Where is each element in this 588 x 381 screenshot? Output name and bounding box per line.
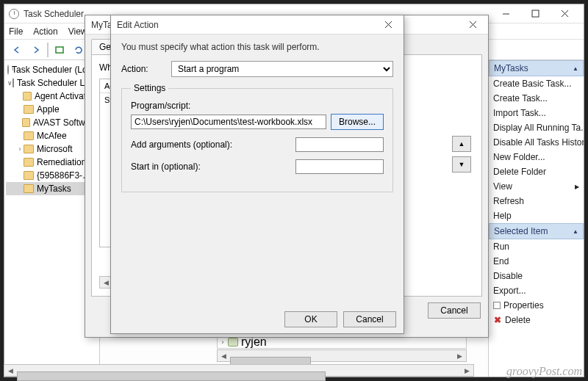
args-label: Add arguments (optional): xyxy=(131,139,232,150)
scroll-right-button[interactable]: ▶ xyxy=(453,350,466,361)
scroll-left-button[interactable]: ◀ xyxy=(4,365,17,376)
action-new-folder[interactable]: New Folder... xyxy=(489,150,584,164)
edit-action-close-button[interactable] xyxy=(379,17,398,33)
action-view[interactable]: View▶ xyxy=(489,179,584,194)
action-export[interactable]: Export... xyxy=(489,283,584,298)
menu-file[interactable]: File xyxy=(9,26,23,37)
folder-icon xyxy=(24,171,34,180)
scroll-left-button[interactable]: ◀ xyxy=(218,350,230,361)
action-create-basic[interactable]: Create Basic Task... xyxy=(489,76,584,91)
startin-label: Start in (optional): xyxy=(131,162,201,172)
program-label: Program/script: xyxy=(131,101,384,111)
action-end[interactable]: End xyxy=(489,254,584,269)
properties-close-button[interactable] xyxy=(463,17,482,33)
properties-icon xyxy=(493,302,501,309)
task-scheduler-icon xyxy=(9,9,19,19)
action-label: Action: xyxy=(121,64,165,74)
folder-icon xyxy=(24,158,34,167)
collapse-icon[interactable]: ▲ xyxy=(573,65,578,72)
program-input[interactable] xyxy=(131,115,326,129)
startin-input[interactable] xyxy=(295,159,384,174)
folder-icon xyxy=(24,131,34,140)
folder-icon xyxy=(24,184,34,193)
args-input[interactable] xyxy=(295,137,384,152)
reorder-buttons: ▲ ▼ xyxy=(452,136,471,173)
nav-forward-button[interactable] xyxy=(28,42,44,58)
folder-icon xyxy=(24,105,34,114)
collapse-icon[interactable]: ▲ xyxy=(573,228,578,235)
clock-icon xyxy=(7,65,9,75)
action-refresh[interactable]: Refresh xyxy=(489,194,584,208)
menu-action[interactable]: Action xyxy=(33,26,57,37)
edit-action-title: Edit Action xyxy=(117,20,379,30)
action-delete-folder[interactable]: Delete Folder xyxy=(489,164,584,179)
edit-action-hint: You must specify what action this task w… xyxy=(121,42,393,52)
ok-button[interactable]: OK xyxy=(284,311,337,327)
library-icon xyxy=(12,79,14,87)
mid-scrollbar[interactable]: ◀ ▶ xyxy=(217,349,467,362)
watermark: groovyPost.com xyxy=(506,365,582,378)
folder-icon xyxy=(24,145,34,153)
window-close-button[interactable] xyxy=(550,5,579,23)
action-properties[interactable]: Properties xyxy=(489,298,584,313)
action-display-running[interactable]: Display All Running Ta... xyxy=(489,120,584,135)
edit-action-dialog: Edit Action You must specify what action… xyxy=(110,15,404,334)
action-run[interactable]: Run xyxy=(489,239,584,254)
action-delete[interactable]: ✖Delete xyxy=(489,313,584,327)
browse-button[interactable]: Browse... xyxy=(331,114,384,130)
settings-legend: Settings xyxy=(131,83,168,93)
folder-icon xyxy=(22,118,30,127)
action-help[interactable]: Help xyxy=(489,208,584,223)
properties-cancel-button[interactable]: Cancel xyxy=(428,302,481,319)
actions-header[interactable]: MyTasks▲ xyxy=(489,60,584,76)
action-disable[interactable]: Disable xyxy=(489,269,584,283)
svg-rect-1 xyxy=(532,10,539,17)
app-scrollbar[interactable]: ◀ ▶ xyxy=(4,364,474,377)
move-down-button[interactable]: ▼ xyxy=(452,156,471,173)
action-create-task[interactable]: Create Task... xyxy=(489,91,584,106)
action-select[interactable]: Start a program xyxy=(171,61,393,77)
actions-header-2[interactable]: Selected Item▲ xyxy=(489,223,584,239)
action-import-task[interactable]: Import Task... xyxy=(489,106,584,120)
cancel-button[interactable]: Cancel xyxy=(343,311,396,327)
svg-rect-4 xyxy=(56,47,63,53)
window-maximize-button[interactable] xyxy=(520,5,550,23)
toolbar-separator xyxy=(47,43,49,57)
folder-icon xyxy=(23,92,32,101)
nav-back-button[interactable] xyxy=(9,42,25,58)
window-minimize-button[interactable] xyxy=(491,5,520,23)
delete-icon: ✖ xyxy=(493,316,502,324)
scroll-right-button[interactable]: ▶ xyxy=(461,365,473,376)
user-icon xyxy=(228,338,238,346)
actions-pane: MyTasks▲ Create Basic Task... Create Tas… xyxy=(488,60,584,377)
move-up-button[interactable]: ▲ xyxy=(452,136,471,152)
settings-fieldset: Settings Program/script: Browse... Add a… xyxy=(121,83,393,192)
action-disable-history[interactable]: Disable All Tasks History xyxy=(489,135,584,150)
toolbar-run-button[interactable] xyxy=(51,42,68,58)
edit-action-titlebar: Edit Action xyxy=(111,15,404,35)
